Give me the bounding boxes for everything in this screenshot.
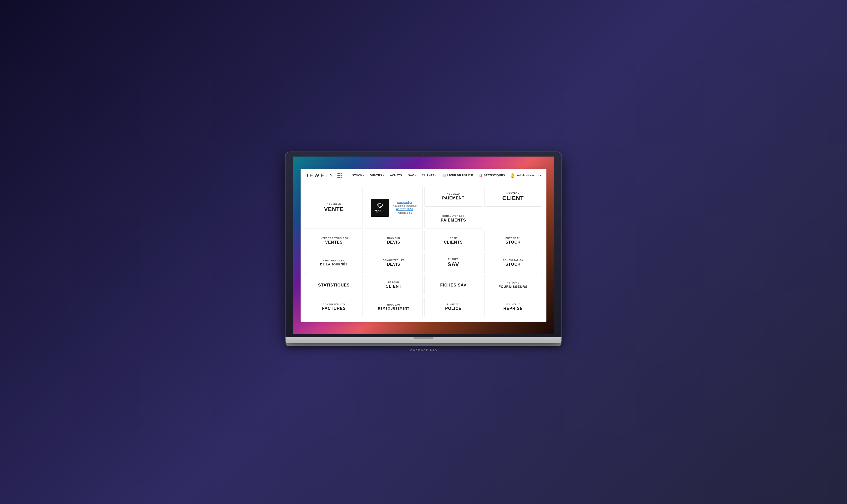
- card-consultation-stock[interactable]: CONSULTATION STOCK: [484, 253, 542, 273]
- jewely-logo-sub: RETAIL: [376, 211, 384, 213]
- laptop-base: [286, 337, 561, 343]
- clients-caret: ▾: [435, 174, 436, 177]
- grid-dot-5: [339, 175, 340, 176]
- grid-dot-4: [338, 175, 339, 176]
- grid-dot-2: [339, 173, 340, 174]
- card-livre-police[interactable]: LIVRE DE POLICE: [425, 297, 482, 317]
- navbar-brand: JEWELY: [306, 173, 342, 178]
- brand-grid: [338, 173, 342, 178]
- card-fiches-sav[interactable]: FICHES SAV: [425, 275, 482, 295]
- laptop-screen-outer: JEWELY: [286, 152, 561, 337]
- info-details: www.jewely.fr Assistance technique 06.07…: [393, 201, 417, 214]
- card-nouveau-remboursement[interactable]: NOUVEAU REMBOURSEMENT: [365, 297, 422, 317]
- card-nouveau-paiement[interactable]: NOUVEAU PAIEMENT: [425, 187, 482, 207]
- app-container: JEWELY: [301, 169, 546, 322]
- camera-dot: [423, 154, 424, 156]
- grid-dot-6: [341, 175, 342, 176]
- sav-caret: ▾: [415, 174, 416, 177]
- card-nouvelle-reprise[interactable]: NOUVELLE REPRISE: [484, 297, 542, 317]
- nav-achats[interactable]: ACHATS: [388, 172, 404, 178]
- card-retours-fournisseurs[interactable]: RETOURS FOURNISSEURS: [484, 275, 542, 295]
- jewely-logo-box: JEWELY RETAIL: [371, 199, 389, 217]
- assistance-text: Assistance technique: [393, 204, 417, 207]
- nav-menu: STOCK ▾ VENTES ▾ ACHATS SAV ▾: [350, 172, 510, 179]
- website-link[interactable]: www.jewely.fr: [397, 201, 412, 204]
- ventes-caret: ▾: [383, 174, 384, 177]
- nav-ventes[interactable]: VENTES ▾: [368, 172, 386, 178]
- card-base-clients[interactable]: BASE CLIENTS: [425, 231, 482, 251]
- card-consulter-devis[interactable]: CONSULTER LES DEVIS: [365, 253, 422, 273]
- bell-icon[interactable]: 🔔: [510, 173, 515, 178]
- brand-name: JEWELY: [306, 173, 335, 178]
- laptop-notch: [413, 337, 434, 339]
- laptop-screen-inner: JEWELY: [293, 157, 554, 334]
- card-chiffres-cles[interactable]: CHIFFRES CLÉS DE LA JOURNÉE: [305, 253, 363, 273]
- chart-icon: 📊: [479, 174, 483, 177]
- card-statistiques[interactable]: STATISTIQUES: [305, 275, 363, 295]
- info-card: JEWELY RETAIL www.jewely.fr Assistance t…: [365, 187, 422, 229]
- nav-sav[interactable]: SAV ▾: [406, 172, 418, 178]
- svg-marker-0: [377, 203, 383, 208]
- card-entree-sav[interactable]: ENTRÉE SAV: [425, 253, 482, 273]
- card-entree-stock[interactable]: ENTRÉE EN STOCK: [484, 231, 542, 251]
- card-nouveau-devis[interactable]: NOUVEAU DEVIS: [365, 231, 422, 251]
- nav-statistiques[interactable]: 📊 STATISTIQUES: [476, 172, 507, 179]
- cards-grid: NOUVELLE VENTE NOUVEAU PAIEMENT NOUVEAU …: [305, 187, 542, 317]
- grid-dot-1: [338, 173, 339, 174]
- diamond-icon: [376, 202, 383, 209]
- nav-livre-police[interactable]: 📖 LIVRE DE POLICE: [440, 172, 475, 179]
- laptop-footer: [286, 343, 561, 346]
- grid-dot-3: [341, 173, 342, 174]
- card-retour-client[interactable]: RETOUR CLIENT: [365, 275, 422, 295]
- navbar: JEWELY: [301, 169, 546, 182]
- jewely-logo-text: JEWELY: [375, 210, 385, 211]
- grid-dot-8: [339, 177, 340, 178]
- card-consulter-paiements[interactable]: CONSULTER LES PAIEMENTS: [425, 209, 482, 229]
- card-consulter-factures[interactable]: CONSULTER LES FACTURES: [305, 297, 363, 317]
- nav-clients[interactable]: CLIENTS ▾: [419, 172, 439, 178]
- card-nouveau-client[interactable]: NOUVEAU CLIENT: [484, 187, 542, 207]
- macbook-pro-label: MacBook Pro: [410, 348, 437, 352]
- grid-dot-9: [341, 177, 342, 178]
- stock-caret: ▾: [363, 174, 364, 177]
- card-interrogation-ventes[interactable]: INTERROGATION DES VENTES: [305, 231, 363, 251]
- admin-caret: ▾: [540, 174, 541, 177]
- grid-dot-7: [338, 177, 339, 178]
- nav-stock[interactable]: STOCK ▾: [350, 172, 367, 178]
- card-nouvelle-vente[interactable]: NOUVELLE VENTE: [305, 187, 363, 229]
- laptop-wrapper: JEWELY: [286, 152, 561, 352]
- book-icon: 📖: [442, 174, 446, 177]
- nav-right: 🔔 Administrateur 1 ▾: [510, 173, 541, 178]
- phone-link[interactable]: 06.07.25.90.52: [396, 208, 413, 211]
- version-text: Version 3.2.1: [397, 212, 412, 214]
- main-content: NOUVELLE VENTE NOUVEAU PAIEMENT NOUVEAU …: [301, 182, 546, 322]
- admin-dropdown[interactable]: Administrateur 1 ▾: [517, 174, 541, 177]
